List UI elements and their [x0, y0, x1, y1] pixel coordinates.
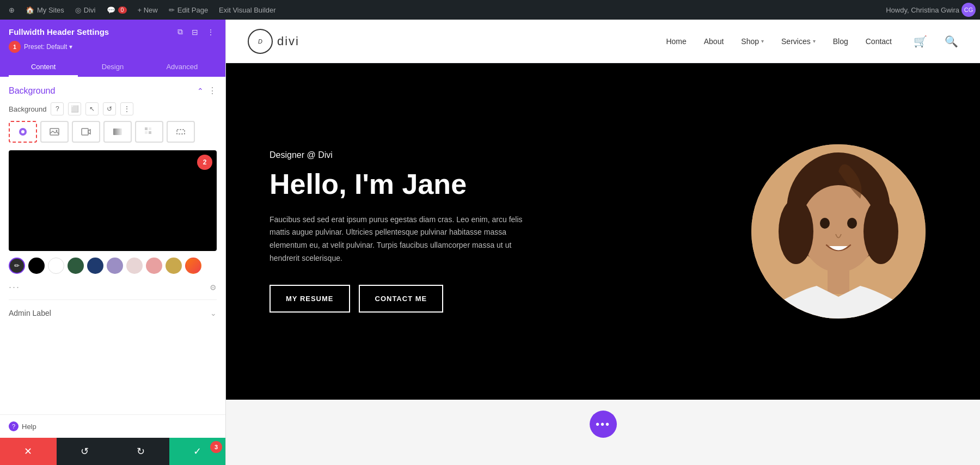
new-button[interactable]: + New [133, 0, 162, 20]
color-swatch-green[interactable] [68, 258, 84, 274]
section-header-right: ⌃ ⋮ [197, 85, 217, 96]
undo-button[interactable]: ↺ [57, 438, 113, 465]
avatar[interactable]: CG [961, 3, 976, 17]
step-badge-1: 1 [9, 41, 21, 53]
comment-icon: 💬 [107, 6, 115, 14]
bg-device-icon[interactable]: ⬜ [68, 102, 81, 115]
panel-more-icon[interactable]: ⋮ [205, 27, 217, 38]
svg-point-3 [56, 130, 58, 132]
site-nav-links: Home About Shop ▾ Services ▾ Blog Contac [666, 35, 958, 48]
nav-services[interactable]: Services ▾ [781, 37, 816, 46]
left-panel: Fullwidth Header Settings ⧉ ⊟ ⋮ 1 Preset… [0, 20, 226, 465]
my-sites-button[interactable]: 🏠 My Sites [21, 0, 69, 20]
cancel-button[interactable]: ✕ [0, 438, 57, 465]
help-text: Help [22, 423, 36, 431]
admin-bar-right: Howdy, Christina Gwira CG [886, 3, 976, 17]
color-swatch-gradient[interactable] [185, 258, 201, 274]
exit-builder-button[interactable]: Exit Visual Builder [215, 0, 280, 20]
preset-label[interactable]: Preset: Default ▾ [24, 43, 72, 51]
floating-action-button[interactable]: ••• [590, 411, 617, 438]
nav-contact[interactable]: Contact [866, 37, 892, 46]
svg-rect-7 [149, 127, 151, 130]
panel-body: Background ⌃ ⋮ Background ? ⬜ ↖ ↺ ⋮ [0, 77, 225, 414]
services-chevron-icon: ▾ [813, 38, 816, 44]
panel-layout-icon[interactable]: ⊟ [189, 27, 200, 38]
help-icon[interactable]: ? [9, 421, 19, 431]
cart-icon[interactable]: 🛒 [914, 35, 927, 48]
admin-bar: ⊕ 🏠 My Sites ◎ Divi 💬 0 + New ✏ Edit Pag… [0, 0, 980, 20]
color-dots-icon[interactable]: ··· [9, 282, 20, 293]
bg-type-row [9, 121, 217, 143]
hero-section: Designer @ Divi Hello, I'm Jane Faucibus… [226, 63, 980, 400]
bg-reset-icon[interactable]: ↺ [103, 102, 116, 115]
nav-home[interactable]: Home [666, 37, 686, 46]
wp-icon-button[interactable]: ⊕ [4, 0, 19, 20]
color-swatch-black[interactable] [28, 258, 45, 274]
background-section-title: Background [9, 86, 55, 96]
background-collapse-icon[interactable]: ⌃ [197, 87, 204, 95]
save-button[interactable]: ✓ 3 [169, 438, 226, 465]
bg-type-gradient[interactable] [103, 121, 132, 143]
admin-label-title: Admin Label [9, 309, 51, 317]
tab-content[interactable]: Content [9, 58, 78, 77]
comments-count: 0 [118, 7, 127, 14]
help-row: ? Help [0, 414, 225, 438]
background-more-icon[interactable]: ⋮ [208, 85, 217, 96]
edit-page-button[interactable]: ✏ Edit Page [164, 0, 212, 20]
hero-buttons: MY RESUME CONTACT ME [270, 285, 719, 313]
color-swatch-pink-light[interactable] [126, 258, 143, 274]
color-swatch-gold[interactable] [166, 258, 182, 274]
redo-button[interactable]: ↻ [113, 438, 169, 465]
logo-text: divi [277, 34, 299, 48]
panel-header: Fullwidth Header Settings ⧉ ⊟ ⋮ 1 Preset… [0, 20, 225, 77]
color-swatch-white[interactable] [48, 258, 64, 274]
svg-point-1 [21, 130, 24, 133]
comments-button[interactable]: 💬 0 [102, 0, 131, 20]
hero-image-wrap [740, 144, 936, 319]
tab-design[interactable]: Design [78, 58, 147, 77]
bg-type-color[interactable] [9, 121, 37, 143]
site-logo: D divi [248, 29, 299, 54]
hero-title: Hello, I'm Jane [270, 169, 719, 200]
color-swatch-blue[interactable] [87, 258, 103, 274]
exit-builder-label: Exit Visual Builder [219, 6, 276, 14]
admin-label-header: Admin Label ⌄ [9, 309, 217, 317]
divi-menu-button[interactable]: ◎ Divi [71, 0, 100, 20]
divi-icon: ◎ [75, 6, 81, 14]
panel-tabs: Content Design Advanced [9, 58, 217, 77]
color-swatches-row: ✏ [9, 258, 217, 274]
bg-type-pattern[interactable] [135, 121, 163, 143]
svg-rect-6 [145, 127, 148, 130]
color-swatch-pink[interactable] [146, 258, 162, 274]
svg-rect-8 [145, 131, 148, 134]
panel-title: Fullwidth Header Settings [9, 27, 109, 36]
preset-row: 1 Preset: Default ▾ [9, 41, 217, 53]
bg-help-icon[interactable]: ? [51, 102, 64, 115]
nav-shop[interactable]: Shop ▾ [741, 37, 764, 46]
bg-type-mask[interactable] [167, 121, 195, 143]
color-preview-box[interactable]: 2 [9, 150, 217, 251]
contact-button[interactable]: CONTACT ME [359, 285, 444, 313]
new-label: + New [138, 6, 158, 14]
nav-about[interactable]: About [704, 37, 724, 46]
wp-icon: ⊕ [9, 6, 15, 14]
bg-type-video[interactable] [72, 121, 100, 143]
search-icon[interactable]: 🔍 [945, 35, 958, 48]
nav-blog[interactable]: Blog [833, 37, 848, 46]
color-swatch-purple[interactable] [107, 258, 123, 274]
resume-button[interactable]: MY RESUME [270, 285, 350, 313]
admin-label-chevron-icon[interactable]: ⌄ [210, 309, 217, 317]
svg-point-14 [863, 199, 898, 264]
panel-copy-icon[interactable]: ⧉ [175, 26, 185, 38]
color-settings-icon[interactable]: ⚙ [210, 283, 217, 292]
tab-advanced[interactable]: Advanced [148, 58, 217, 77]
bg-type-image[interactable] [40, 121, 69, 143]
svg-rect-4 [82, 129, 88, 135]
svg-point-13 [779, 199, 813, 264]
bg-cursor-icon[interactable]: ↖ [85, 102, 99, 115]
hero-avatar [751, 144, 926, 319]
bg-options-icon[interactable]: ⋮ [120, 102, 133, 115]
divi-label: Divi [84, 6, 96, 14]
eyedropper-tool[interactable]: ✏ [9, 258, 25, 274]
main-layout: Fullwidth Header Settings ⧉ ⊟ ⋮ 1 Preset… [0, 20, 980, 465]
